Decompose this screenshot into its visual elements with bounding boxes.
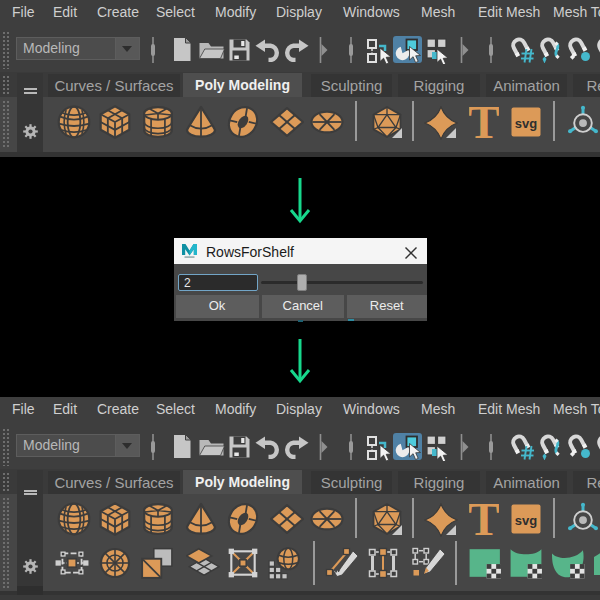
- svg-text:svg: svg: [514, 116, 536, 131]
- svg-text:T: T: [469, 104, 499, 142]
- svg-text:svg: svg: [514, 513, 536, 528]
- svg-text:T: T: [469, 501, 499, 539]
